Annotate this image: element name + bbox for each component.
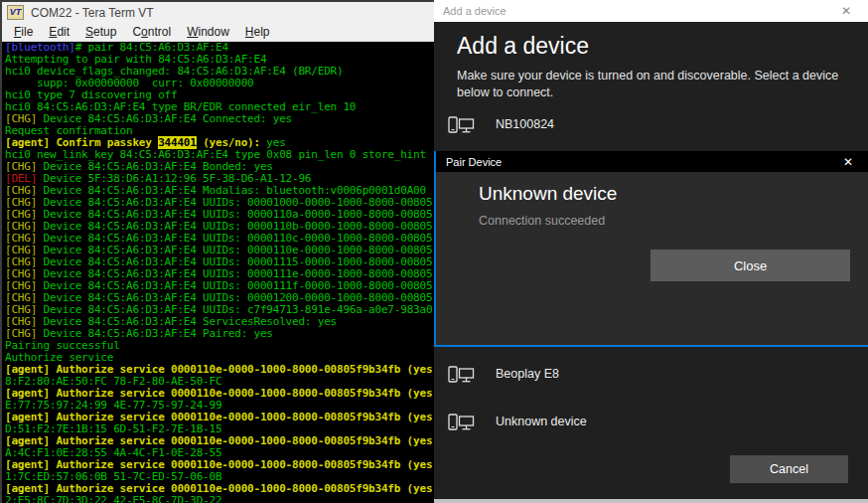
connection-status: Connection succeeded (479, 214, 605, 228)
device-row-unknown-device[interactable]: Unknown device (434, 402, 868, 441)
teraterm-menubar: FileEditSetupControlWindowHelp (2, 23, 434, 42)
paired-device-name: Unknown device (479, 183, 617, 205)
phone-monitor-icon (448, 114, 475, 135)
device-row-nb100824[interactable]: NB100824 (434, 104, 868, 144)
add-device-titlebar: Add a device ✕ (434, 0, 868, 22)
menu-help[interactable]: Help (237, 25, 278, 39)
cancel-button[interactable]: Cancel (730, 455, 848, 483)
close-icon[interactable]: ✕ (828, 155, 868, 169)
menu-control[interactable]: Control (124, 25, 179, 39)
terminal-screen[interactable]: [bluetooth]# pair 84:C5:A6:D3:AF:E4Attem… (2, 42, 434, 503)
pair-device-titlebar: Pair Device ✕ (436, 151, 868, 172)
add-device-window: Add a device ✕ Add a device Make sure yo… (434, 0, 868, 503)
device-name: Unknown device (496, 415, 587, 428)
device-row-beoplay-e8[interactable]: Beoplay E8 (434, 354, 868, 394)
pair-device-title: Pair Device (436, 156, 828, 168)
teraterm-window-title: COM22 - Tera Term VT (31, 6, 154, 20)
close-button[interactable]: Close (651, 250, 850, 281)
menu-edit[interactable]: Edit (41, 25, 77, 39)
menu-setup[interactable]: Setup (77, 25, 124, 39)
terminal-line: 2:E5:8C:7D:3D:22 42-E5-8C-7D-3D-22 (5, 495, 434, 503)
teraterm-window: VT COM22 - Tera Term VT FileEditSetupCon… (0, 0, 434, 503)
window-bottom-edge (434, 499, 868, 503)
add-device-window-title: Add a device (434, 5, 824, 17)
pair-device-dialog: Pair Device ✕ Unknown device Connection … (434, 151, 868, 347)
phone-monitor-icon (448, 364, 475, 385)
screenshot-root: VT COM22 - Tera Term VT FileEditSetupCon… (0, 0, 868, 503)
teraterm-vt-icon: VT (7, 5, 24, 20)
menu-window[interactable]: Window (179, 25, 237, 39)
phone-monitor-icon (448, 412, 475, 432)
close-icon[interactable]: ✕ (824, 4, 868, 18)
menu-file[interactable]: File (6, 25, 41, 39)
add-device-description: Make sure your device is turned on and d… (457, 68, 846, 101)
device-name: Beoplay E8 (496, 367, 559, 381)
device-name: NB100824 (496, 117, 554, 131)
add-device-heading: Add a device (457, 33, 589, 60)
teraterm-titlebar: VT COM22 - Tera Term VT (2, 2, 434, 23)
